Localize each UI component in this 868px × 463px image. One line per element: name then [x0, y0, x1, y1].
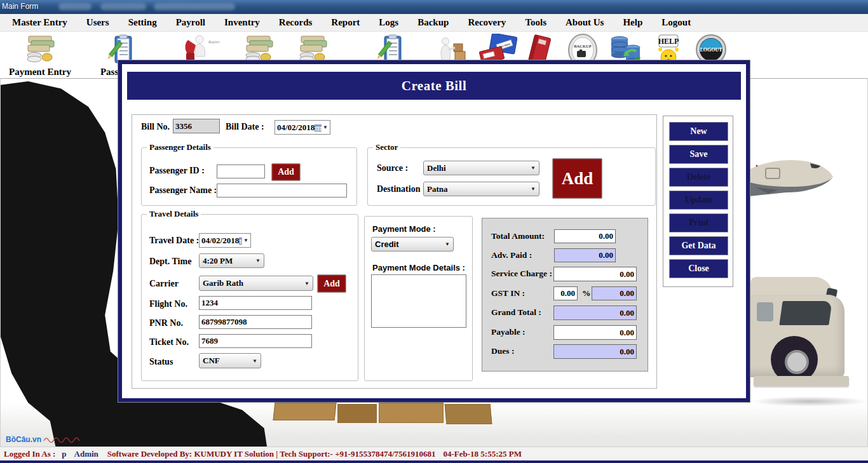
payment-group: Payment Mode : Credit ▼ Payment Mode Det…	[364, 216, 473, 381]
sector-legend: Sector	[373, 142, 400, 152]
truck-bumper	[754, 376, 849, 386]
window-title: Main Form	[2, 2, 38, 11]
total-amount-input[interactable]	[554, 229, 616, 243]
ghost-text-decoration	[58, 3, 92, 10]
payable-input[interactable]	[553, 325, 637, 340]
passenger-add-button[interactable]: Add	[271, 163, 301, 181]
delete-button[interactable]: Delete	[669, 168, 728, 187]
menu-about-us[interactable]: About Us	[556, 17, 613, 28]
gst-percent-input[interactable]	[553, 286, 578, 300]
menu-inventry[interactable]: Inventry	[215, 17, 269, 28]
travel-date-picker[interactable]: 04/02/2018 ▼	[199, 233, 251, 248]
bill-form-panel: Bill No. Bill Date : 04/02/2018 ▼ Passen…	[132, 114, 657, 389]
svg-text:Registration: Registration	[208, 40, 220, 44]
menu-logs[interactable]: Logs	[369, 17, 408, 28]
dues-label: Dues :	[491, 346, 514, 356]
new-button[interactable]: New	[669, 122, 728, 141]
svg-text:LOGOUT: LOGOUT	[700, 47, 722, 53]
chevron-down-icon: ▼	[243, 238, 248, 243]
update-button[interactable]: Update	[669, 191, 728, 210]
menu-report[interactable]: Report	[322, 17, 369, 28]
menu-backup[interactable]: Backup	[408, 17, 458, 28]
stock-photo-watermark: BồCâu.vn	[6, 435, 86, 444]
grand-total-input[interactable]	[553, 305, 637, 320]
dues-input[interactable]	[553, 344, 637, 359]
cardboard-box	[337, 404, 377, 423]
passenger-name-input[interactable]	[217, 184, 347, 198]
carrier-dropdown[interactable]: Garib Rath ▼	[199, 276, 313, 291]
grand-total-label: Grand Total :	[491, 307, 541, 318]
menu-help[interactable]: Help	[613, 17, 652, 28]
adv-paid-input[interactable]	[554, 248, 616, 262]
total-amount-label: Total Amount:	[491, 231, 545, 241]
menu-payroll[interactable]: Payroll	[166, 17, 215, 28]
destination-label: Destination :	[377, 184, 426, 194]
passenger-details-legend: Passenger Details	[147, 142, 214, 152]
menu-users[interactable]: Users	[77, 17, 119, 28]
carrier-label: Carrier	[149, 279, 179, 289]
passenger-id-input[interactable]	[217, 164, 265, 178]
svg-text:BACKUP: BACKUP	[574, 44, 591, 48]
save-button[interactable]: Save	[669, 145, 728, 164]
ticket-no-input[interactable]	[199, 334, 312, 348]
status-dropdown[interactable]: CNF ▼	[199, 353, 261, 368]
ghost-text-decoration	[100, 3, 146, 10]
payable-label: Payable :	[491, 327, 526, 337]
background-airplane-photo	[749, 152, 839, 217]
menu-master-entry[interactable]: Master Entry	[3, 17, 77, 28]
developer-credit: Software Developed By: KUMUDY IT Solutio…	[107, 449, 436, 459]
source-value: Delhi	[427, 163, 446, 173]
dept-time-dropdown[interactable]: 4:20 PM ▼	[199, 253, 264, 268]
pnr-no-label: PNR No.	[149, 318, 183, 328]
toolbar-payment-entry[interactable]: Payment Entry	[5, 34, 75, 77]
status-value: CNF	[203, 356, 220, 366]
menu-records[interactable]: Records	[269, 17, 322, 28]
pnr-no-input[interactable]	[199, 315, 312, 329]
cardboard-box	[273, 403, 337, 420]
status-datetime: 04-Feb-18 5:55:25 PM	[444, 449, 522, 459]
money-stack-icon	[24, 34, 57, 65]
bill-date-value: 04/02/2018	[277, 123, 315, 133]
menu-recovery[interactable]: Recovery	[458, 17, 515, 28]
window-titlebar: Main Form	[0, 0, 868, 15]
create-bill-dialog: Create Bill Bill No. Bill Date : 04/02/2…	[118, 60, 750, 402]
passenger-details-group: Passenger Details Passenger ID : Add Pas…	[141, 147, 357, 206]
travel-details-legend: Travel Details	[147, 209, 201, 219]
dept-time-label: Dept. Time	[149, 257, 191, 267]
menu-tools[interactable]: Tools	[515, 17, 556, 28]
destination-dropdown[interactable]: Patna ▼	[423, 182, 539, 196]
flight-no-input[interactable]	[199, 296, 312, 310]
bill-no-label: Bill No.	[141, 122, 170, 132]
logged-in-user: p	[62, 449, 66, 459]
gst-percent-symbol: %	[582, 288, 591, 299]
chevron-down-icon: ▼	[531, 165, 536, 171]
bill-date-label: Bill Date :	[226, 122, 264, 132]
dept-time-value: 4:20 PM	[203, 256, 233, 266]
destination-value: Patna	[427, 184, 448, 194]
print-button[interactable]: Print	[669, 213, 728, 232]
payment-mode-details-label: Payment Mode Details :	[372, 263, 465, 272]
gst-label: GST IN :	[491, 288, 525, 299]
menu-setting[interactable]: Setting	[119, 17, 166, 28]
carrier-add-button[interactable]: Add	[317, 274, 346, 293]
carrier-value: Garib Rath	[203, 278, 243, 288]
sector-add-button[interactable]: Add	[552, 158, 602, 199]
status-bar: Logged In As : p Admin Software Develope…	[0, 446, 868, 461]
payment-mode-dropdown[interactable]: Credit ▼	[371, 237, 454, 252]
source-dropdown[interactable]: Delhi ▼	[423, 161, 539, 175]
cardboard-box	[379, 403, 444, 423]
sector-group: Sector Source : Delhi ▼ Destination : Pa…	[367, 147, 656, 206]
toolbar-payment-entry-label: Payment Entry	[9, 67, 71, 77]
gst-amount-input[interactable]	[592, 286, 637, 300]
payment-mode-details-input[interactable]	[371, 274, 466, 328]
watermark-brand: BồCâu.vn	[6, 435, 41, 444]
get-data-button[interactable]: Get Data	[669, 236, 728, 255]
bill-date-picker[interactable]: 04/02/2018 ▼	[275, 120, 330, 135]
calendar-icon	[239, 237, 242, 245]
source-label: Source :	[377, 163, 408, 173]
service-charge-input[interactable]	[553, 267, 637, 281]
menu-logout[interactable]: Logout	[652, 17, 700, 28]
close-button[interactable]: Close	[669, 259, 728, 278]
passenger-name-label: Passenger Name :	[149, 185, 217, 196]
payment-mode-value: Credit	[375, 239, 399, 249]
